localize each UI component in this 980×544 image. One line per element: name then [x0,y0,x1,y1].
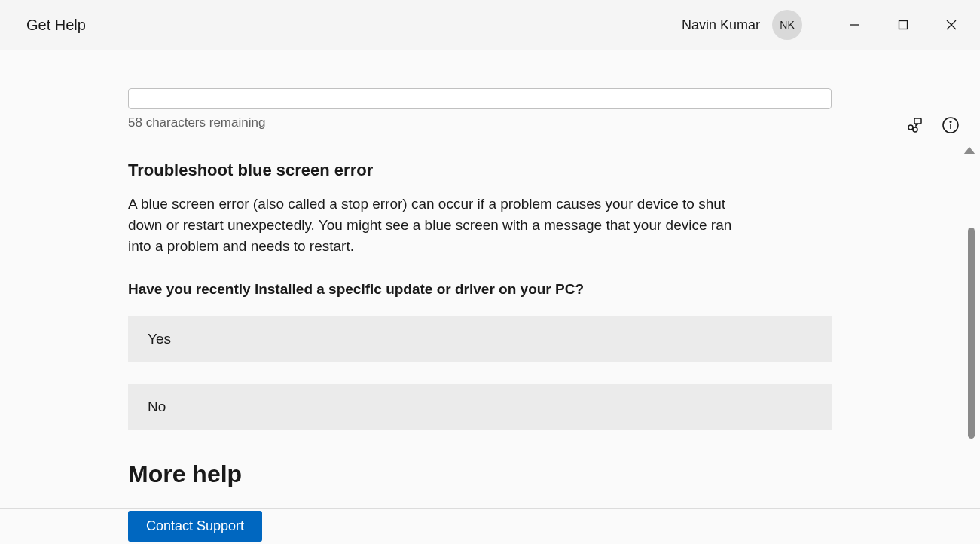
titlebar: Get Help Navin Kumar NK [0,0,980,50]
more-help-heading: More help [128,460,832,488]
app-title: Get Help [26,17,86,34]
maximize-button[interactable] [890,11,917,38]
minimize-button[interactable] [841,11,869,38]
svg-rect-4 [914,118,921,124]
content-wrapper: 58 characters remaining Troubleshoot blu… [0,50,980,544]
svg-rect-1 [899,21,908,29]
scrollbar[interactable] [969,148,978,544]
prompt-question: Have you recently installed a specific u… [128,281,832,298]
scroll-thumb[interactable] [968,228,975,439]
main-content: 58 characters remaining Troubleshoot blu… [128,50,832,488]
option-yes-button[interactable]: Yes [128,316,832,362]
footer: Contact Support [0,508,980,544]
close-button[interactable] [938,11,965,38]
feedback-icon[interactable] [904,115,925,136]
toolbar [904,115,961,136]
info-icon[interactable] [940,115,961,136]
option-no-button[interactable]: No [128,384,832,430]
chars-remaining-label: 58 characters remaining [128,115,832,130]
user-name: Navin Kumar [682,17,760,33]
contact-support-button[interactable]: Contact Support [128,511,262,542]
svg-point-5 [908,125,913,130]
scroll-up-arrow-icon[interactable] [963,147,975,154]
article-title: Troubleshoot blue screen error [128,160,832,180]
article-description: A blue screen error (also called a stop … [128,194,753,257]
svg-point-6 [913,127,917,132]
search-input[interactable] [128,88,832,109]
svg-point-9 [950,121,951,123]
titlebar-right: Navin Kumar NK [682,10,965,40]
avatar[interactable]: NK [772,10,802,40]
window-controls [841,11,965,38]
